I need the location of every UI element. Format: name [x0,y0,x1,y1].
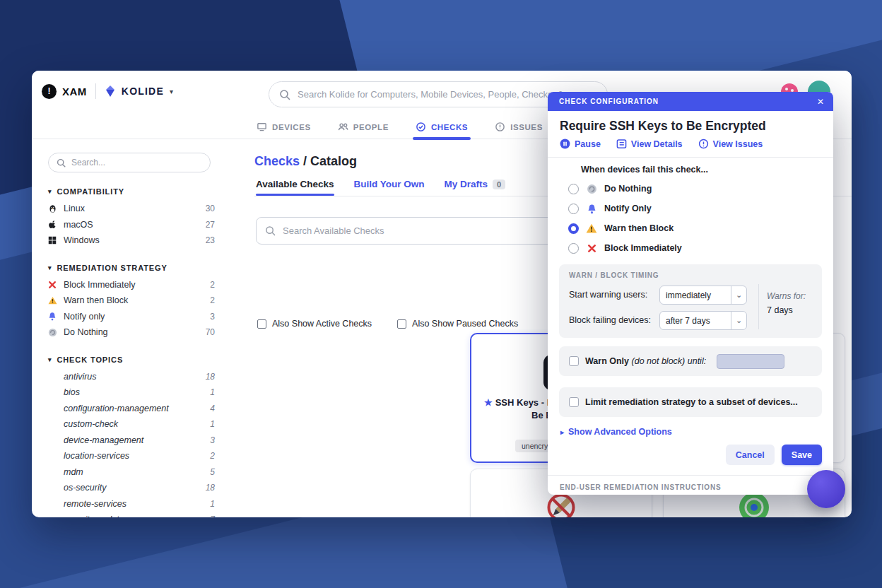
check-topics-header[interactable]: ▾ CHECK TOPICS [48,355,215,364]
nav-people[interactable]: PEOPLE [338,114,389,139]
tab-build-your-own[interactable]: Build Your Own [354,179,425,189]
sidebar-topic-bios[interactable]: bios 1 [48,384,215,401]
chevron-down-icon: ⌄ [731,286,746,304]
sidebar-item-notify-only[interactable]: Notify only 3 [48,309,215,325]
nav-checks[interactable]: CHECKS [416,114,468,139]
breadcrumb-checks[interactable]: Checks [254,154,300,168]
start-warning-select[interactable]: immediately ⌄ [659,286,747,305]
linux-icon [48,204,64,213]
close-icon[interactable]: ✕ [817,97,824,107]
kolide-logo-icon [105,86,116,97]
checkbox[interactable] [257,319,266,329]
sidebar-item-warn-then-block[interactable]: Warn then Block 2 [48,293,215,309]
warn-until-input[interactable] [717,354,784,369]
catalog-search-input[interactable] [283,225,586,236]
catalog-tabs: Available Checks Build Your Own My Draft… [256,179,505,189]
sidebar-topic-mdm[interactable]: mdm 5 [48,464,215,481]
count: 27 [206,220,215,230]
warn-only-checkbox[interactable] [569,356,579,366]
count: 4 [210,404,215,413]
issues-icon [495,122,505,132]
windows-icon [48,236,64,245]
filter-show-active-checks[interactable]: Also Show Active Checks [257,319,372,329]
warning-triangle-icon [585,223,598,233]
radio-warn-then-block[interactable]: Warn then Block [568,222,674,235]
sidebar-item-block-immediately[interactable]: Block Immediately 2 [48,277,215,293]
search-icon [265,225,276,236]
block-x-icon [48,281,64,289]
favorite-star-icon[interactable]: ★ [484,397,493,408]
info-circle-icon [698,139,709,149]
search-icon [57,158,66,167]
modal-header: CHECK CONFIGURATION ✕ [548,92,833,111]
warn-only-label: Warn Only (do not block) until: [585,356,706,366]
pause-icon [560,139,570,149]
nav-devices[interactable]: DEVICES [257,114,311,139]
help-fab-button[interactable] [807,470,845,508]
radio-circle[interactable] [568,204,579,214]
sidebar-topic-security-updates[interactable]: security-updates 7 [48,512,215,517]
sidebar-topic-os-security[interactable]: os-security 18 [48,480,215,496]
sidebar-topic-device-management[interactable]: device-management 3 [48,433,215,449]
sidebar-item-linux[interactable]: Linux 30 [48,201,215,217]
show-advanced-options-link[interactable]: ▸ Show Advanced Options [560,427,672,437]
view-issues-button[interactable]: View Issues [698,139,763,149]
save-button[interactable]: Save [782,445,822,465]
chevron-down-icon: ⌄ [731,312,746,329]
radio-circle[interactable] [568,243,579,254]
view-details-button[interactable]: View Details [616,139,683,149]
check-configuration-modal: CHECK CONFIGURATION ✕ Require SSH Keys t… [548,92,833,495]
count: 1 [210,419,215,429]
xam-label: XAM [62,86,87,98]
sidebar-topic-antivirus[interactable]: antivirus 18 [48,369,215,385]
limit-subset-label: Limit remediation strategy to a subset o… [585,397,798,407]
pause-button[interactable]: Pause [560,139,601,149]
tab-available-checks[interactable]: Available Checks [256,179,334,189]
count: 2 [210,451,215,461]
count: 1 [210,387,215,397]
tab-my-drafts[interactable]: My Drafts 0 [445,179,506,189]
caret-down-icon[interactable]: ▾ [170,88,173,95]
nav-issues[interactable]: ISSUES [495,114,543,139]
compatibility-header[interactable]: ▾ COMPATIBILITY [48,187,215,196]
apple-icon [48,220,64,229]
count: 7 [210,514,215,517]
warns-for-value: 7 days [767,305,793,315]
sidebar-item-macos[interactable]: macOS 27 [48,217,215,233]
warn-only-panel: Warn Only (do not block) until: [559,346,822,376]
block-failing-select[interactable]: after 7 days ⌄ [659,311,747,330]
sidebar-item-windows[interactable]: Windows 23 [48,233,215,249]
radio-do-nothing[interactable]: Do Nothing [568,182,652,195]
sidebar-topic-configuration-management[interactable]: configuration-management 4 [48,401,215,417]
count: 1 [210,499,215,509]
warning-triangle-icon [48,296,64,305]
radio-circle[interactable] [568,184,579,194]
sidebar-topic-remote-services[interactable]: remote-services 1 [48,496,215,512]
filter-show-paused-checks[interactable]: Also Show Paused Checks [397,319,518,329]
radio-notify-only[interactable]: Notify Only [568,202,652,215]
brand-divider [95,83,96,99]
block-x-icon [585,244,598,253]
sidebar-topic-custom-check[interactable]: custom-check 1 [48,416,215,433]
catalog-search[interactable] [256,217,595,245]
do-nothing-icon [585,184,598,194]
radio-circle-selected[interactable] [568,223,579,234]
limit-subset-checkbox[interactable] [569,397,579,407]
fail-behavior-label: When devices fail this check... [581,165,708,175]
remediation-header[interactable]: ▾ REMEDIATION STRATEGY [48,264,215,272]
checkbox[interactable] [397,319,406,329]
caret-down-icon: ▾ [48,264,52,271]
divider [548,475,833,476]
devices-icon [257,122,267,132]
radio-block-immediately[interactable]: Block Immediately [568,242,682,254]
sidebar-item-do-nothing[interactable]: Do Nothing 70 [48,324,215,341]
caret-down-icon: ▾ [48,356,52,363]
brand[interactable]: ! XAM KOLIDE ▾ [42,81,173,102]
caret-down-icon: ▾ [48,188,52,195]
sidebar-search-input[interactable] [71,158,202,167]
cancel-button[interactable]: Cancel [726,445,775,465]
warns-for-label: Warns for: [767,291,806,301]
sidebar-search[interactable] [48,153,211,172]
count: 2 [210,295,215,305]
sidebar-topic-location-services[interactable]: location-services 2 [48,448,215,464]
